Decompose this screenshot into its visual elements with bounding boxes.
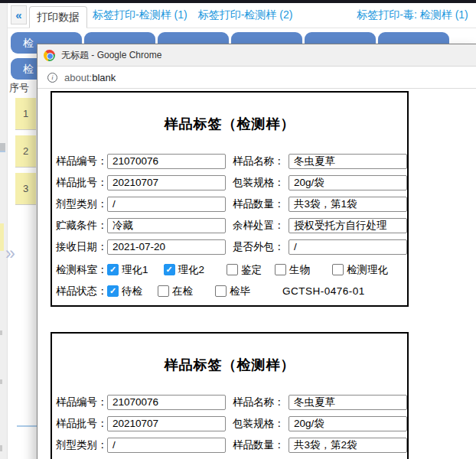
sample-label-card-2: 样品标签（检测样） 样品编号： 21070076 样品名称： 冬虫夏草 样品批号… — [51, 332, 409, 459]
storage-field[interactable]: 冷藏 — [107, 218, 226, 233]
sample-name-field[interactable]: 冬虫夏草 — [289, 154, 407, 169]
quantity-field[interactable]: 共3袋，第1袋 — [289, 197, 407, 212]
checkmark-icon: ✓ — [109, 265, 116, 274]
batch-no-field[interactable]: 20210707 — [107, 416, 226, 431]
dosage-type-field[interactable]: / — [107, 197, 226, 212]
tab-label-print-2[interactable]: 标签打印-检测样 (2) — [198, 8, 293, 22]
clipped-text-fragment — [0, 445, 2, 451]
checkbox-jianbi[interactable]: ✓ — [215, 285, 227, 297]
table-header-seq: 序号 — [9, 81, 29, 95]
dept-option: ✓ 鉴定 — [227, 263, 262, 277]
field-label: 样品名称： — [233, 155, 289, 168]
checkbox-label: 理化1 — [122, 263, 148, 277]
clipped-row-fragment — [0, 223, 4, 251]
checkbox-lihua2[interactable]: ✓ — [164, 264, 175, 275]
checkbox-lihua1[interactable]: ✓ — [107, 264, 119, 275]
dept-option: ✓ 理化1 — [107, 263, 148, 277]
status-option: ✓ 检毕 — [215, 285, 250, 298]
field-row: 剂型类别： / 样品数量： 共3袋，第2袋 — [56, 438, 407, 453]
field-label: 样品编号： — [56, 396, 107, 409]
dosage-type-field[interactable]: / — [107, 438, 226, 453]
checkbox-label: 检毕 — [230, 285, 250, 298]
field-label: 余样处置： — [233, 219, 289, 233]
sample-label-card-1: 样品标签（检测样） 样品编号： 21070076 样品名称： 冬虫夏草 样品批号… — [51, 91, 409, 307]
status-option: ✓ 待检 — [107, 285, 142, 298]
dept-checkbox-row: 检测科室： ✓ 理化1 ✓ 理化2 ✓ 鉴定 ✓ 生物 ✓ — [56, 263, 407, 276]
table-row[interactable]: 2 — [15, 135, 36, 168]
field-row: 接收日期： 2021-07-20 是否外包： / — [56, 239, 407, 255]
field-row: 样品批号： 20210707 包装规格： 20g/袋 — [56, 175, 407, 190]
tab-bar: « 打印数据 标签打印-检测样 (1) 标签打印-检测样 (2) 标签打印-毒:… — [8, 3, 476, 28]
checkbox-label: 理化2 — [178, 263, 205, 277]
checkbox-label: 检测理化 — [347, 263, 388, 277]
checkbox-shengwu[interactable]: ✓ — [275, 264, 286, 275]
page-content: 样品标签（检测样） 样品编号： 21070076 样品名称： 冬虫夏草 样品批号… — [37, 89, 476, 459]
chrome-popup-window: 无标题 - Google Chrome i about:blank 样品标签（检… — [37, 44, 476, 459]
field-label: 样品数量： — [233, 197, 289, 211]
divider-fragment — [17, 425, 37, 427]
field-row: 样品批号： 20210707 包装规格： 20g/袋 — [56, 416, 407, 431]
sample-no-field[interactable]: 21070076 — [107, 395, 226, 410]
sample-name-field[interactable]: 冬虫夏草 — [289, 395, 407, 410]
field-label: 包装规格： — [233, 417, 289, 431]
card-title: 样品标签（检测样） — [52, 356, 407, 374]
checkbox-label: 在检 — [172, 285, 193, 298]
field-row: 贮藏条件： 冷藏 余样处置： 授权受托方自行处理 — [56, 218, 407, 233]
tab-label-print-1[interactable]: 标签打印-检测样 (1) — [93, 8, 187, 22]
sample-code: GCTSH-0476-01 — [282, 285, 365, 297]
dept-option: ✓ 检测理化 — [332, 263, 388, 277]
status-option: ✓ 在检 — [158, 285, 193, 298]
expand-panel-icon[interactable]: » — [5, 243, 15, 264]
top-black-bar — [0, 0, 476, 3]
field-label: 样品数量： — [233, 438, 289, 452]
table-row[interactable]: 3 — [15, 173, 36, 205]
clipped-link-fragment — [0, 143, 5, 152]
checkbox-jiance-lihua[interactable]: ✓ — [332, 264, 344, 275]
checkbox-zaijian[interactable]: ✓ — [158, 285, 169, 297]
package-spec-field[interactable]: 20g/袋 — [289, 416, 407, 431]
outsourced-field[interactable]: / — [289, 239, 407, 255]
chrome-logo-icon — [44, 50, 55, 61]
card-title: 样品标签（检测样） — [52, 115, 407, 133]
url-page: blank — [92, 72, 116, 83]
info-icon: i — [47, 73, 57, 83]
quantity-field[interactable]: 共3袋，第2袋 — [289, 438, 407, 453]
clipped-text-fragment — [0, 379, 2, 384]
checkbox-daijian[interactable]: ✓ — [107, 285, 119, 297]
field-label: 样品编号： — [56, 155, 107, 168]
field-label: 样品批号： — [56, 417, 107, 431]
sample-no-field[interactable]: 21070076 — [107, 154, 226, 169]
receive-date-field[interactable]: 2021-07-20 — [107, 239, 226, 255]
field-label: 样品状态： — [56, 285, 107, 298]
window-title: 无标题 - Google Chrome — [61, 49, 161, 62]
field-label: 样品名称： — [233, 396, 289, 409]
address-bar[interactable]: i about:blank — [37, 67, 476, 89]
checkbox-jianding[interactable]: ✓ — [227, 264, 238, 275]
url-scheme: about: — [64, 72, 92, 83]
field-label: 样品批号： — [56, 176, 107, 190]
table-row[interactable]: 1 — [15, 98, 36, 130]
field-label: 贮藏条件： — [56, 219, 107, 233]
window-titlebar[interactable]: 无标题 - Google Chrome — [37, 44, 476, 67]
tab-print-data[interactable]: 打印数据 — [29, 6, 87, 28]
field-label: 接收日期： — [56, 240, 107, 254]
field-label: 检测科室： — [56, 263, 107, 277]
batch-no-field[interactable]: 20210707 — [107, 175, 226, 190]
field-label: 剂型类别： — [56, 438, 107, 452]
field-label: 包装规格： — [233, 176, 289, 190]
field-label: 是否外包： — [233, 240, 289, 254]
checkbox-label: 待检 — [122, 285, 142, 298]
clipped-text-fragment — [0, 330, 2, 335]
collapse-sidebar-icon[interactable]: « — [11, 5, 27, 24]
checkmark-icon: ✓ — [109, 287, 116, 295]
disposal-field[interactable]: 授权受托方自行处理 — [289, 218, 407, 233]
field-row: 样品编号： 21070076 样品名称： 冬虫夏草 — [56, 154, 407, 169]
dept-option: ✓ 生物 — [275, 263, 310, 277]
status-checkbox-row: 样品状态： ✓ 待检 ✓ 在检 ✓ 检毕 GCTSH-0476-01 — [56, 285, 407, 298]
package-spec-field[interactable]: 20g/袋 — [289, 175, 407, 190]
dept-option: ✓ 理化2 — [164, 263, 205, 277]
left-rail — [0, 3, 8, 459]
tab-label-print-toxic[interactable]: 标签打印-毒: 检测样 (1) — [357, 8, 468, 22]
field-row: 样品编号： 21070076 样品名称： 冬虫夏草 — [56, 395, 407, 410]
checkmark-icon: ✓ — [165, 265, 172, 274]
